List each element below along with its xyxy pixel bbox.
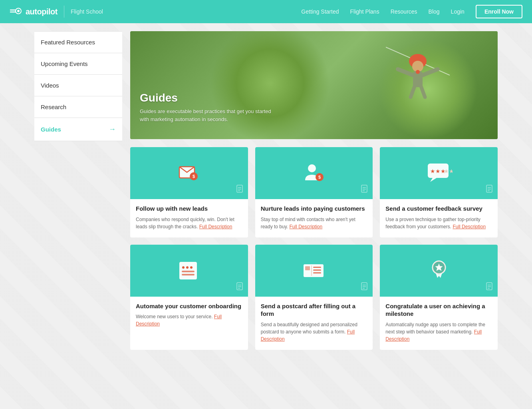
- card-body: Send a customer feedback survey Use a pr…: [380, 199, 498, 237]
- svg-rect-51: [305, 266, 310, 270]
- full-description-link[interactable]: Full Description: [385, 329, 482, 342]
- form-list-icon: [175, 257, 203, 285]
- sidebar-item-videos[interactable]: Videos: [34, 75, 122, 96]
- svg-rect-52: [361, 283, 367, 290]
- svg-text:$: $: [193, 174, 195, 179]
- svg-text:★★: ★★: [444, 168, 453, 174]
- svg-rect-42: [237, 283, 242, 290]
- svg-rect-48: [313, 269, 321, 271]
- svg-point-39: [190, 266, 193, 269]
- star-chat-icon: ★★★ ★★: [425, 159, 453, 187]
- card-icon-area: [255, 245, 373, 297]
- card-corner-document-icon: [361, 282, 369, 293]
- card-corner-document-icon: [236, 282, 245, 293]
- svg-rect-41: [182, 274, 195, 275]
- sidebar-item-guides[interactable]: Guides →: [34, 118, 122, 141]
- svg-line-9: [423, 69, 438, 75]
- enroll-button[interactable]: Enroll Now: [476, 5, 522, 18]
- card-title: Send a postcard after filling out a form: [261, 302, 367, 318]
- guide-card-congratulate-milestone[interactable]: Congratulate a user on achieving a miles…: [380, 245, 498, 350]
- card-desc: Stay top of mind with contacts who aren'…: [261, 216, 367, 230]
- navigation: autopilot Flight School Getting Started …: [0, 0, 532, 23]
- svg-point-37: [182, 266, 185, 269]
- sidebar-label: Guides: [41, 126, 61, 133]
- card-body: Send a postcard after filling out a form…: [255, 297, 373, 350]
- page-wrapper: Featured Resources Upcoming Events Video…: [26, 23, 506, 365]
- card-title: Nurture leads into paying customers: [261, 205, 367, 213]
- sidebar-item-featured-resources[interactable]: Featured Resources: [34, 31, 122, 53]
- nav-link-blog[interactable]: Blog: [429, 8, 440, 15]
- sidebar-item-research[interactable]: Research: [34, 96, 122, 118]
- svg-line-8: [398, 69, 413, 75]
- full-description-link[interactable]: Full Description: [261, 329, 355, 342]
- nav-link-login[interactable]: Login: [451, 8, 465, 15]
- card-corner-document-icon: [486, 185, 494, 196]
- svg-rect-47: [313, 267, 321, 268]
- card-desc: Welcome new users to your service. Full …: [136, 313, 242, 327]
- full-description-link[interactable]: Full Description: [199, 224, 232, 229]
- svg-marker-29: [430, 178, 437, 182]
- sidebar: Featured Resources Upcoming Events Video…: [34, 31, 122, 357]
- guide-card-onboarding[interactable]: Automate your customer onboarding Welcom…: [130, 245, 248, 350]
- logo-icon: [10, 8, 22, 16]
- hero-description: Guides are executable best practices tha…: [140, 108, 276, 123]
- hero-text: Guides Guides are executable best practi…: [140, 92, 276, 123]
- card-desc: Companies who respond quickly, win. Don'…: [136, 216, 242, 230]
- sidebar-item-upcoming-events[interactable]: Upcoming Events: [34, 53, 122, 75]
- card-icon-area: $: [130, 147, 248, 199]
- svg-point-12: [416, 70, 420, 74]
- guides-grid-row1: $ Follow up with new leads: [130, 147, 498, 237]
- sidebar-label: Upcoming Events: [41, 60, 88, 67]
- guide-card-nurture-leads[interactable]: $ Nurture leads into paying customers: [255, 147, 373, 237]
- nav-links: Getting Started Flight Plans Resources B…: [301, 5, 522, 18]
- main-content: Guides Guides are executable best practi…: [130, 31, 498, 357]
- svg-rect-60: [486, 283, 492, 290]
- nav-link-resources[interactable]: Resources: [391, 8, 417, 15]
- svg-rect-17: [237, 185, 242, 192]
- svg-line-10: [411, 86, 415, 97]
- card-corner-document-icon: [361, 185, 369, 196]
- sidebar-label: Research: [41, 104, 66, 110]
- brand-name: autopilot: [26, 7, 58, 16]
- card-corner-document-icon: [236, 185, 245, 196]
- svg-rect-40: [182, 271, 195, 272]
- svg-rect-32: [486, 185, 492, 192]
- sidebar-arrow-icon: →: [109, 125, 116, 134]
- award-icon: [425, 257, 453, 285]
- person-dollar-icon: $: [300, 159, 328, 187]
- full-description-link[interactable]: Full Description: [289, 224, 322, 229]
- brand-logo: autopilot: [10, 7, 58, 16]
- svg-rect-24: [361, 185, 367, 192]
- card-title: Follow up with new leads: [136, 205, 242, 213]
- card-body: Follow up with new leads Companies who r…: [130, 199, 248, 237]
- card-icon-area: [380, 245, 498, 297]
- guide-card-follow-up-leads[interactable]: $ Follow up with new leads: [130, 147, 248, 237]
- svg-line-11: [421, 86, 425, 97]
- card-title: Send a customer feedback survey: [385, 205, 492, 213]
- full-description-link[interactable]: Full Description: [136, 314, 222, 327]
- card-body: Nurture leads into paying customers Stay…: [255, 199, 373, 237]
- nav-divider: [64, 6, 64, 18]
- card-body: Congratulate a user on achieving a miles…: [380, 297, 498, 350]
- full-description-link[interactable]: Full Description: [453, 224, 486, 229]
- sidebar-label: Videos: [41, 82, 59, 89]
- email-dollar-icon: $: [175, 159, 203, 187]
- card-body: Automate your customer onboarding Welcom…: [130, 297, 248, 335]
- svg-text:$: $: [318, 175, 321, 180]
- card-corner-document-icon: [486, 282, 494, 293]
- hero-title: Guides: [140, 92, 276, 104]
- card-desc: Automatically nudge app users to complet…: [385, 321, 492, 343]
- postcard-icon: [300, 257, 328, 285]
- card-desc: Send a beautifully designed and personal…: [261, 321, 367, 343]
- guides-grid-row2: Automate your customer onboarding Welcom…: [130, 245, 498, 350]
- nav-link-flight-plans[interactable]: Flight Plans: [350, 8, 379, 15]
- card-title: Automate your customer onboarding: [136, 302, 242, 310]
- guide-card-feedback-survey[interactable]: ★★★ ★★ Send a customer fee: [380, 147, 498, 237]
- guide-card-send-postcard[interactable]: Send a postcard after filling out a form…: [255, 245, 373, 350]
- card-desc: Use a proven technique to gather top-pri…: [385, 216, 492, 230]
- nav-subtitle: Flight School: [71, 8, 103, 15]
- nav-link-getting-started[interactable]: Getting Started: [301, 8, 339, 15]
- card-icon-area: [130, 245, 248, 297]
- hero-person-illustration: [386, 39, 450, 119]
- svg-rect-49: [313, 272, 321, 273]
